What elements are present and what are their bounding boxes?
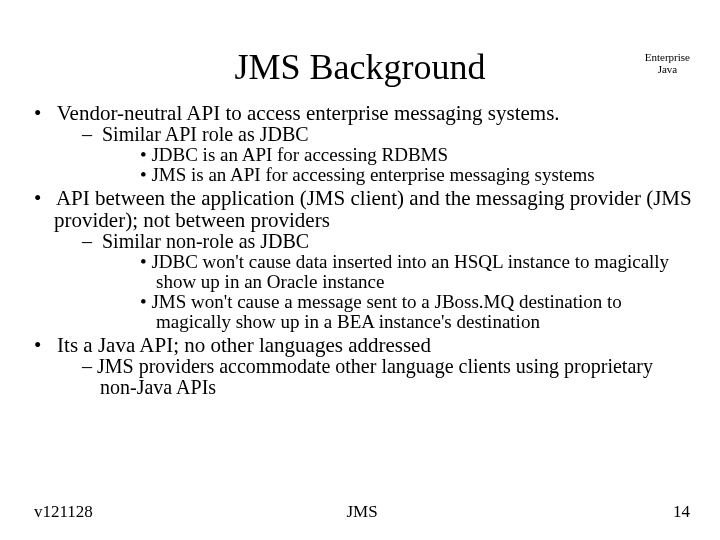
bullet-text: JMS is an API for accessing enterprise m… bbox=[151, 164, 594, 185]
bullet-l1: API between the application (JMS client)… bbox=[34, 187, 694, 332]
bullet-text: JMS won't cause a message sent to a JBos… bbox=[151, 291, 621, 332]
corner-label: Enterprise Java bbox=[645, 52, 690, 75]
bullet-text: JDBC won't cause data inserted into an H… bbox=[151, 251, 669, 292]
bullet-l2: Similar non-role as JDBC JDBC won't caus… bbox=[82, 231, 694, 332]
bullet-l1: Its a Java API; no other languages addre… bbox=[34, 334, 694, 398]
bullet-text: JMS providers accommodate other language… bbox=[97, 355, 653, 398]
bullet-l2: JMS providers accommodate other language… bbox=[82, 356, 694, 398]
bullet-text: JDBC is an API for accessing RDBMS bbox=[151, 144, 448, 165]
bullet-l3: JMS is an API for accessing enterprise m… bbox=[140, 165, 694, 185]
slide-body: Vendor-neutral API to access enterprise … bbox=[34, 100, 694, 398]
bullet-text: API between the application (JMS client)… bbox=[54, 186, 692, 232]
slide: JMS Background Enterprise Java Vendor-ne… bbox=[0, 0, 720, 540]
bullet-text: Similar API role as JDBC bbox=[102, 123, 309, 145]
footer-topic: JMS bbox=[34, 502, 690, 522]
bullet-text: Similar non-role as JDBC bbox=[102, 230, 309, 252]
bullet-text: Its a Java API; no other languages addre… bbox=[57, 333, 431, 357]
bullet-l2: Similar API role as JDBC JDBC is an API … bbox=[82, 124, 694, 185]
corner-line-1: Enterprise bbox=[645, 52, 690, 64]
bullet-l3: JDBC is an API for accessing RDBMS bbox=[140, 145, 694, 165]
slide-title: JMS Background bbox=[0, 46, 720, 88]
bullet-l3: JDBC won't cause data inserted into an H… bbox=[140, 252, 694, 292]
corner-line-2: Java bbox=[645, 64, 690, 76]
footer: v121128 JMS 14 bbox=[34, 502, 690, 522]
bullet-l1: Vendor-neutral API to access enterprise … bbox=[34, 102, 694, 185]
bullet-l3: JMS won't cause a message sent to a JBos… bbox=[140, 292, 694, 332]
bullet-text: Vendor-neutral API to access enterprise … bbox=[57, 101, 560, 125]
